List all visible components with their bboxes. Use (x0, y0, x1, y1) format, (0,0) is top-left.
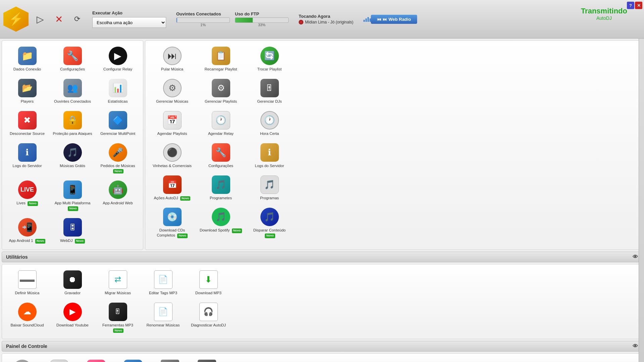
hora-certa-label: Hora Certa (260, 131, 279, 136)
diagnosticar-item[interactable]: 🎧 Diagnosticar AutoDJ (187, 300, 230, 336)
download-mp3-item[interactable]: ⬇ Download MP3 (187, 268, 230, 298)
painel-panel: 🎚 📡 ♫ A (2, 353, 642, 362)
programetes-item[interactable]: 🎵 Programetes (197, 173, 244, 204)
trocar-playlist-item[interactable]: 🔄 Trocar Playlist (246, 44, 293, 74)
gravador-item[interactable]: ⏺ Gravador (51, 268, 94, 298)
app-multi-item[interactable]: 📱 App Multi Plataforma Novo (51, 178, 94, 214)
players-item[interactable]: 📂 Players (5, 76, 49, 107)
stop-button[interactable]: ✕ (50, 11, 67, 28)
app-android-web-label: App Android Web (103, 201, 133, 206)
download-cds-item[interactable]: 💿 Download CDs Completos Novo (149, 205, 196, 241)
pular-musica-item[interactable]: ⏭ Pular Música (149, 44, 196, 74)
help-button[interactable]: ? (627, 2, 634, 9)
logs-servidor-item[interactable]: ℹ Logs do Servidor (5, 141, 49, 176)
acoes-autodj-item[interactable]: 📅 Ações AutoDJ Novo (149, 173, 196, 204)
migrar-musicas-item[interactable]: ⇄ Migrar Músicas (96, 268, 140, 298)
configuracoes-item[interactable]: 🔧 Configurações (51, 44, 94, 74)
players-label: Players (21, 99, 34, 104)
painel-item-6[interactable]: 🖥 (190, 357, 224, 362)
ftp-progress (235, 17, 289, 23)
ouvintes-item[interactable]: 👥 Ouvintes Conectados (51, 76, 94, 107)
protecao-item[interactable]: 🔒 Proteção para Ataques (51, 108, 94, 139)
vinhetas-item[interactable]: ⚫ Vinhetas & Comerciais (149, 141, 196, 171)
agendar-playlists-item[interactable]: 📅 Agendar Playlists (149, 108, 196, 139)
utilitarios-panel: ▬▬ Definir Música ⏺ Gravador ⇄ Migr (2, 264, 642, 340)
app-android1-item[interactable]: 📲 App Android 1 Novo (5, 215, 49, 246)
editar-tags-label: Editar Tags MP3 (149, 291, 177, 296)
desconectar-item[interactable]: ✖ Desconectar Source (5, 108, 49, 139)
dados-conexao-item[interactable]: 📁 Dados Conexão (5, 44, 49, 74)
pedidos-item[interactable]: 🎤 Pedidos de Músicas Novo (96, 141, 140, 176)
lives-item[interactable]: LIVE Lives Novo (5, 178, 49, 214)
painel-item-4[interactable]: A (116, 357, 150, 362)
painel-icon-4: A (124, 360, 142, 362)
close-button[interactable]: ✕ (635, 2, 642, 9)
ouvintes-label: Ouvintes Conectados (54, 99, 91, 104)
painel-item-3[interactable]: ♫ (79, 357, 113, 362)
estatisticas-item[interactable]: 📊 Estatísticas (96, 76, 140, 107)
pedidos-badge: Novo (113, 169, 123, 174)
playing-label: Tocando Agora (299, 14, 353, 19)
acoes-badge: Novo (180, 196, 191, 201)
webradio-button[interactable]: ⏮ ⏭ Web Radio (371, 15, 417, 24)
migrar-label: Migrar Músicas (105, 291, 131, 296)
hora-certa-item[interactable]: 🕐 Hora Certa (246, 108, 293, 139)
painel-item-2[interactable]: 📡 (42, 357, 76, 362)
programas-icon: 🎵 (260, 175, 279, 194)
pedidos-label: Pedidos de Músicas Novo (98, 163, 138, 174)
painel-eye-icon[interactable]: 👁 (633, 343, 638, 349)
listeners-bar (177, 18, 177, 22)
utilitarios-eye-icon[interactable]: 👁 (633, 254, 638, 260)
logs2-icon: ℹ (260, 143, 279, 162)
musicas-gratis-item[interactable]: 🎵 Músicas Grátis (51, 141, 94, 176)
pular-musica-label: Pular Música (161, 67, 183, 72)
configurar-relay-item[interactable]: ▶ Configurar Relay (96, 44, 140, 74)
baixar-sc-item[interactable]: ☁ Baixar SoundCloud (5, 300, 49, 336)
agendar-relay-item[interactable]: 🕐 Agendar Relay (197, 108, 244, 139)
gerenciar-djs-label: Gerenciar DJs (257, 99, 282, 104)
agendar-playlists-label: Agendar Playlists (157, 131, 187, 136)
app-android-web-item[interactable]: 🤖 App Android Web (96, 178, 140, 214)
app-android1-icon: 📲 (18, 218, 37, 237)
listeners-section: Ouvintes Conectados 1% (176, 11, 230, 27)
definir-musica-item[interactable]: ▬▬ Definir Música (5, 268, 49, 298)
configuracoes-right-item[interactable]: 🔧 Configurações (197, 141, 244, 171)
disparar-conteudo-item[interactable]: 🎵 Disparar Conteúdo Novo (246, 205, 293, 241)
pedidos-icon: 🎤 (109, 143, 127, 162)
multipoint-item[interactable]: 🔷 Gerenciar MultiPoint (96, 108, 140, 139)
lives-badge: Novo (28, 201, 38, 206)
renomear-item[interactable]: 📄 Renomear Músicas (141, 300, 185, 336)
gerenciar-playlists-item[interactable]: ⚙ Gerenciar Playlists (197, 76, 244, 107)
logs-servidor-label: Logs do Servidor (13, 163, 42, 168)
painel-icon-1: 🎚 (13, 360, 32, 362)
skip-icon: ⏭ (163, 47, 182, 65)
editar-tags-item[interactable]: 📄 Editar Tags MP3 (141, 268, 185, 298)
action-select[interactable]: Escolha uma ação (92, 17, 166, 28)
gerenciar-musicas-item[interactable]: ⚙ Gerenciar Músicas (149, 76, 196, 107)
manage-playlists-icon: ⚙ (212, 79, 230, 97)
ftp-label: Uso do FTP (235, 11, 289, 16)
gerenciar-djs-item[interactable]: 🎚 Gerenciar DJs (246, 76, 293, 107)
recarregar-playlist-item[interactable]: 📋 Recarregar Playlist (197, 44, 244, 74)
webdj-item[interactable]: 🎛 WebDJ Novo (51, 215, 94, 246)
webdj-icon: 🎛 (63, 218, 82, 237)
listeners-label: Ouvintes Conectados (176, 11, 230, 16)
logs-right-item[interactable]: ℹ Logs do Servidor (246, 141, 293, 171)
scrollbar[interactable] (639, 39, 644, 362)
download-spotify-item[interactable]: 🎵 Download Spotify Novo (197, 205, 244, 241)
config-icon: 🔧 (63, 47, 82, 65)
acoes-autodj-label: Ações AutoDJ Novo (154, 196, 191, 201)
ferramentas-item[interactable]: 🎚 Ferramentas MP3 Novo (96, 300, 140, 336)
play-button[interactable]: ▷ (32, 11, 49, 28)
refresh-button[interactable]: ⟳ (69, 11, 86, 28)
lives-label: Lives Novo (16, 201, 38, 206)
programas-label: Programas (260, 196, 279, 201)
programas-item[interactable]: 🎵 Programas (246, 173, 293, 204)
painel-icon-2: 📡 (50, 360, 68, 362)
download-youtube-item[interactable]: ▶ Download Youtube (51, 300, 94, 336)
download-mp3-label: Download MP3 (195, 291, 221, 296)
listeners-icon: 👥 (63, 79, 82, 97)
painel-item-5[interactable]: 📋 (153, 357, 187, 362)
download-youtube-label: Download Youtube (56, 323, 89, 328)
painel-item-1[interactable]: 🎚 (5, 357, 39, 362)
